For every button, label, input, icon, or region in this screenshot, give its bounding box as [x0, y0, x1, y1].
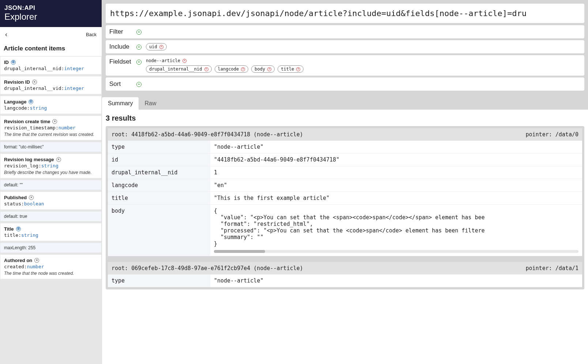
chip-label: uid — [149, 44, 157, 49]
fieldset-chips: drupal_internal__nid×langcode×body×title… — [146, 65, 304, 73]
attribute-item[interactable]: Revision ID×drupal_internal__vid:integer — [0, 76, 101, 94]
add-include-button[interactable]: + — [136, 45, 142, 50]
chip-label: langcode — [218, 67, 239, 72]
sidebar: JSON:API Explorer ‹ Back Article content… — [0, 0, 102, 364]
result-key: body — [108, 205, 210, 256]
attribute-item[interactable]: Published×status:boolean — [0, 192, 101, 209]
attribute-description: Briefly describe the changes you have ma… — [4, 170, 98, 175]
result-key: type — [108, 141, 210, 153]
attribute-machine-name: revision_timestamp:number — [4, 125, 98, 130]
attribute-label: ID — [4, 60, 9, 65]
attribute-item[interactable]: Language⦿langcode:string — [0, 96, 101, 114]
chip-label: body — [255, 67, 265, 72]
brand: JSON:API Explorer — [0, 0, 102, 27]
table-row: langcode"en" — [108, 179, 582, 192]
toggle-off-icon[interactable]: × — [29, 195, 34, 200]
attribute-label: Authored on — [4, 258, 32, 263]
attribute-machine-name: drupal_internal__vid:integer — [4, 86, 98, 91]
add-filter-button[interactable]: + — [136, 30, 142, 35]
attribute-list[interactable]: ID⦿drupal_internal__nid:integerRevision … — [0, 56, 102, 364]
attribute-item[interactable]: Authored on×created:numberThe time that … — [0, 255, 101, 279]
result-root: root: 4418fb62-a5bd-44a6-9049-e8f7f04347… — [112, 131, 303, 138]
filter-label: Filter — [109, 28, 132, 35]
result-value: "node--article" — [210, 141, 582, 153]
remove-fieldset-group-button[interactable]: × — [182, 59, 186, 63]
fieldset-label: Fieldset — [109, 58, 132, 65]
toggle-on-icon[interactable]: ⦿ — [29, 99, 33, 104]
table-row: type"node--article" — [108, 141, 582, 153]
attribute-label: Title — [4, 226, 14, 232]
results-area[interactable]: root: 4418fb62-a5bd-44a6-9049-e8f7f04347… — [102, 126, 588, 364]
result-root: root: 069cefeb-17c8-49d8-97ae-e761f2cb97… — [112, 265, 303, 272]
back-button[interactable]: Back — [86, 32, 97, 37]
main: https://example.jsonapi.dev/jsonapi/node… — [102, 0, 588, 364]
tab-raw[interactable]: Raw — [139, 97, 162, 110]
result-table: type"node--article" — [108, 274, 582, 287]
attribute-label: Revision create time — [4, 119, 50, 124]
tab-summary[interactable]: Summary — [102, 97, 139, 110]
tabs: Summary Raw — [102, 97, 584, 110]
result-value: "4418fb62-a5bd-44a6-9049-e8f7f0434718" — [210, 153, 582, 166]
result-value: "en" — [210, 179, 582, 192]
fieldset-chip: langcode× — [215, 65, 249, 73]
include-chips: uid× — [146, 43, 167, 50]
add-fieldset-button[interactable]: + — [136, 60, 142, 65]
attribute-constraint: format: "utc-millisec" — [0, 142, 101, 152]
attribute-machine-name: created:number — [4, 264, 98, 269]
toggle-off-icon[interactable]: × — [52, 119, 57, 124]
result-value: 1 — [210, 166, 582, 179]
sort-label: Sort — [109, 80, 132, 88]
toggle-off-icon[interactable]: × — [32, 80, 37, 84]
fieldset-chip: drupal_internal__nid× — [146, 65, 212, 73]
chip-label: drupal_internal__nid — [149, 67, 202, 72]
results-header: 3 results — [102, 110, 588, 126]
attribute-machine-name: title:string — [4, 232, 98, 238]
fieldset-group-name: node--article — [146, 58, 180, 63]
horizontal-scrollbar[interactable] — [214, 250, 578, 253]
attribute-item[interactable]: ID⦿drupal_internal__nid:integer — [0, 57, 101, 74]
attribute-constraint: default: true — [0, 212, 101, 221]
remove-chip-button[interactable]: × — [267, 67, 271, 71]
attribute-item[interactable]: Revision log message×revision_log:string… — [0, 154, 101, 178]
remove-chip-button[interactable]: × — [204, 67, 208, 71]
table-row: body{ "value": "<p>You can set that the … — [108, 205, 582, 256]
result-key: langcode — [108, 179, 210, 192]
add-sort-button[interactable]: + — [136, 82, 142, 87]
toggle-off-icon[interactable]: × — [34, 258, 39, 263]
param-rows: Filter + Include + uid× Fieldset + node-… — [102, 25, 588, 91]
result-key: drupal_internal__nid — [108, 166, 210, 179]
result-key: title — [108, 192, 210, 205]
attribute-item[interactable]: Title⦿title:string — [0, 223, 101, 241]
attribute-label: Revision ID — [4, 79, 30, 85]
chevron-left-icon[interactable]: ‹ — [5, 31, 7, 38]
sort-row: Sort + — [106, 77, 584, 91]
attribute-description: The time that the node was created. — [4, 271, 98, 276]
remove-chip-button[interactable]: × — [296, 67, 300, 71]
table-row: title"This is the first example article" — [108, 192, 582, 205]
remove-chip-button[interactable]: × — [159, 45, 163, 49]
scrollbar-thumb[interactable] — [214, 250, 265, 253]
result-header: root: 4418fb62-a5bd-44a6-9049-e8f7f04347… — [108, 128, 582, 141]
result-pointer: pointer: /data/0 — [526, 131, 579, 138]
table-row: drupal_internal__nid1 — [108, 166, 582, 179]
result-header: root: 069cefeb-17c8-49d8-97ae-e761f2cb97… — [108, 262, 582, 274]
fieldset-row: Fieldset + node--article × drupal_intern… — [106, 55, 584, 76]
table-row: type"node--article" — [108, 274, 582, 287]
attribute-machine-name: drupal_internal__nid:integer — [4, 66, 98, 71]
attribute-description: The time that the current revision was c… — [4, 132, 98, 137]
result-value: "This is the first example article" — [210, 192, 582, 205]
attribute-label: Published — [4, 195, 27, 200]
attribute-item[interactable]: Revision create time×revision_timestamp:… — [0, 116, 101, 140]
toggle-on-icon[interactable]: ⦿ — [16, 227, 21, 231]
brand-line2: Explorer — [4, 12, 97, 22]
attribute-label: Language — [4, 99, 26, 105]
result-key: id — [108, 153, 210, 166]
url-display[interactable]: https://example.jsonapi.dev/jsonapi/node… — [106, 4, 584, 23]
attribute-machine-name: revision_log:string — [4, 163, 98, 168]
result-body-content[interactable]: { "value": "<p>You can set that the <spa… — [214, 208, 495, 249]
remove-chip-button[interactable]: × — [241, 67, 245, 71]
toggle-on-icon[interactable]: ⦿ — [11, 60, 16, 65]
toggle-off-icon[interactable]: × — [56, 157, 61, 162]
fieldset-chip: title× — [278, 65, 304, 73]
result-value: { "value": "<p>You can set that the <spa… — [210, 205, 582, 256]
